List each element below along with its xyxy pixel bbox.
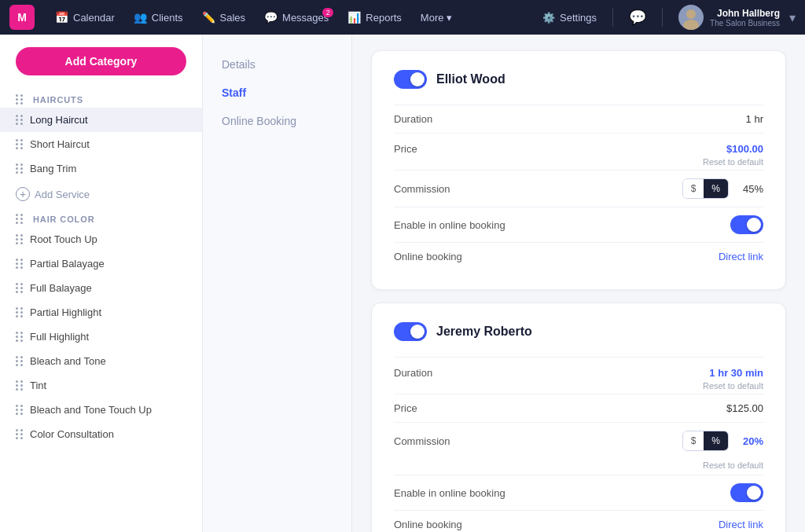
jeremy-commission-row: Commission $ % 20%	[394, 423, 763, 459]
nav-messages[interactable]: 💬 Messages 2	[256, 6, 336, 28]
elliot-price-value: $100.00	[726, 143, 763, 155]
elliot-direct-booking-label: Online booking	[394, 251, 719, 262]
main-layout: Add Category HAIRCUTS Long Hai	[0, 35, 805, 532]
drag-icon	[16, 405, 24, 415]
jeremy-online-booking-row: Enable in online booking	[394, 475, 763, 510]
elliot-direct-link-row: Online booking Direct link	[394, 242, 763, 270]
elliot-commission-type-toggle: $ %	[682, 178, 729, 199]
sidebar-item-partial-highlight[interactable]: Partial Highlight	[0, 300, 202, 325]
jeremy-commission-value: 20%	[735, 435, 763, 447]
elliot-commission-row: Commission $ % 45%	[394, 170, 763, 207]
sidebar-item-tint[interactable]: Tint	[0, 373, 202, 398]
drag-icon	[16, 380, 24, 391]
nav-divider-2	[662, 8, 663, 27]
sidebar-item-bleach-tone-touchup[interactable]: Bleach and Tone Touch Up	[0, 398, 202, 422]
jeremy-commission-label: Commission	[394, 435, 682, 447]
tab-details[interactable]: Details	[203, 50, 351, 79]
messages-icon: 💬	[264, 11, 278, 24]
nav-more[interactable]: More ▾	[413, 7, 461, 28]
sales-icon: ✏️	[202, 11, 215, 24]
avatar	[678, 5, 704, 30]
elliot-online-booking-row: Enable in online booking	[394, 207, 763, 242]
app-logo[interactable]: M	[9, 5, 35, 30]
nav-chat-icon[interactable]: 💬	[629, 9, 646, 26]
elliot-price-row: Price $100.00 Reset to default	[394, 133, 763, 170]
jeremy-commission-reset[interactable]: Reset to default	[394, 460, 763, 470]
jeremy-direct-link-row: Online booking Direct link	[394, 510, 763, 532]
jeremy-online-booking-label: Enable in online booking	[394, 487, 730, 499]
elliot-direct-link[interactable]: Direct link	[719, 251, 763, 262]
nav-divider	[612, 8, 613, 27]
jeremy-dollar-btn[interactable]: $	[683, 431, 704, 450]
nav-settings[interactable]: ⚙️ Settings	[542, 12, 597, 24]
jeremy-commission-controls: $ % 20%	[682, 431, 763, 451]
drag-icon	[16, 429, 24, 439]
drag-icon	[16, 115, 24, 125]
jeremy-enabled-toggle[interactable]	[394, 322, 427, 341]
settings-icon: ⚙️	[542, 12, 555, 24]
category-hair-color: HAIR COLOR	[0, 207, 202, 227]
jeremy-commission-type-toggle: $ %	[682, 431, 729, 451]
jeremy-duration-value: 1 hr 30 min	[709, 367, 763, 379]
staff-card-header-jeremy: Jeremy Roberto	[394, 322, 763, 341]
user-chevron-icon: ▾	[789, 10, 796, 25]
nav-right: ⚙️ Settings 💬 John Hallberg The Salon Bu…	[542, 5, 796, 30]
elliot-name: Elliot Wood	[436, 72, 505, 86]
staff-card-jeremy: Jeremy Roberto Duration 1 hr 30 min Rese…	[371, 303, 786, 532]
drag-icon	[16, 139, 24, 149]
messages-badge: 2	[322, 8, 333, 17]
jeremy-duration-reset[interactable]: Reset to default	[394, 381, 763, 391]
svg-point-0	[686, 9, 696, 19]
nav-clients[interactable]: 👥 Clients	[126, 6, 191, 28]
sidebar-item-full-balayage[interactable]: Full Balayage	[0, 276, 202, 300]
nav-reports[interactable]: 📊 Reports	[340, 6, 410, 28]
staff-card-elliot: Elliot Wood Duration 1 hr Price $100.00 …	[371, 50, 786, 290]
add-category-button[interactable]: Add Category	[16, 47, 186, 75]
sidebar-item-short-haircut[interactable]: Short Haircut	[0, 132, 202, 156]
drag-icon	[16, 332, 24, 342]
jeremy-price-row: Price $125.00	[394, 394, 763, 422]
sidebar-item-partial-balayage[interactable]: Partial Balayage	[0, 251, 202, 276]
elliot-commission-value: 45%	[735, 183, 763, 195]
nav-sales[interactable]: ✏️ Sales	[194, 6, 254, 28]
staff-card-header-elliot: Elliot Wood	[394, 70, 763, 89]
tab-staff[interactable]: Staff	[203, 79, 351, 107]
jeremy-online-booking-toggle[interactable]	[730, 483, 763, 502]
elliot-duration-value: 1 hr	[746, 113, 763, 125]
drag-handle-haircuts	[16, 94, 24, 105]
elliot-dollar-btn[interactable]: $	[683, 179, 704, 198]
middle-panel: Details Staff Online Booking	[203, 35, 352, 532]
jeremy-percent-btn[interactable]: %	[704, 431, 728, 450]
elliot-commission-label: Commission	[394, 183, 682, 195]
sidebar: Add Category HAIRCUTS Long Hai	[0, 35, 203, 532]
elliot-online-booking-label: Enable in online booking	[394, 219, 730, 231]
sidebar-item-full-highlight[interactable]: Full Highlight	[0, 325, 202, 349]
add-circle-icon: +	[16, 187, 30, 201]
sidebar-item-color-consultation[interactable]: Color Consultation	[0, 422, 202, 446]
elliot-duration-label: Duration	[394, 113, 746, 125]
elliot-price-label: Price	[394, 143, 726, 155]
add-service-haircuts[interactable]: + Add Service	[0, 181, 202, 207]
jeremy-duration-row: Duration 1 hr 30 min Reset to default	[394, 357, 763, 394]
clients-icon: 👥	[134, 11, 147, 24]
drag-icon	[16, 234, 24, 244]
sidebar-item-long-haircut[interactable]: Long Haircut	[0, 108, 202, 132]
elliot-enabled-toggle[interactable]	[394, 70, 427, 89]
user-info: John Hallberg The Salon Business	[710, 8, 780, 28]
jeremy-name: Jeremy Roberto	[436, 325, 532, 339]
tab-online-booking[interactable]: Online Booking	[203, 107, 351, 135]
drag-icon	[16, 214, 24, 224]
elliot-price-reset[interactable]: Reset to default	[394, 157, 763, 167]
sidebar-item-bleach-tone[interactable]: Bleach and Tone	[0, 349, 202, 373]
category-haircuts: HAIRCUTS	[0, 88, 202, 108]
nav-calendar[interactable]: 📅 Calendar	[47, 6, 123, 28]
jeremy-direct-link[interactable]: Direct link	[719, 519, 763, 530]
sidebar-item-root-touch-up[interactable]: Root Touch Up	[0, 227, 202, 251]
jeremy-commission-section: Commission $ % 20% Reset to default	[394, 422, 763, 475]
elliot-percent-btn[interactable]: %	[704, 179, 728, 198]
nav-user[interactable]: John Hallberg The Salon Business ▾	[678, 5, 796, 30]
elliot-online-booking-toggle[interactable]	[730, 215, 763, 234]
jeremy-direct-booking-label: Online booking	[394, 519, 719, 530]
drag-icon	[16, 307, 24, 317]
sidebar-item-bang-trim[interactable]: Bang Trim	[0, 156, 202, 181]
